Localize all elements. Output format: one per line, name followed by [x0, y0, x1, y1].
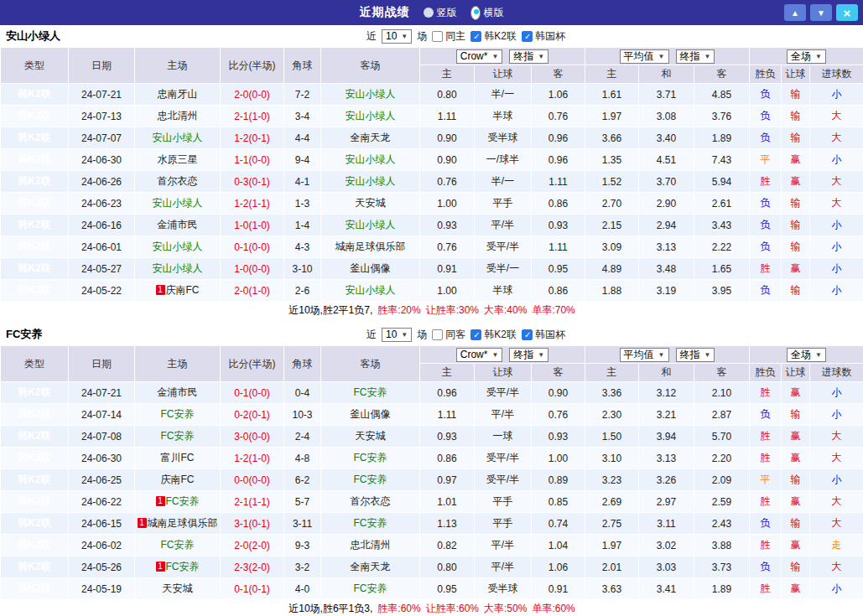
summary-row: 近10场,胜2平1负7,胜率:20%让胜率:30%大率:40%单率:70%: [1, 302, 863, 320]
result-cell: 负: [750, 236, 782, 258]
filter-league-checkbox[interactable]: 韩K2联: [470, 328, 517, 342]
bookmaker-select[interactable]: Crow*▼: [456, 348, 503, 362]
scroll-down-button[interactable]: ▼: [810, 4, 832, 21]
radio-horizontal-layout[interactable]: 横版: [470, 6, 504, 20]
sub-column-header: 主: [585, 364, 639, 382]
select-value: 全场: [791, 49, 811, 64]
match-row: 韩K2联24-06-01安山小绿人0-1(0-0)4-3城南足球俱乐部0.76受…: [1, 236, 863, 258]
section-bar: FC安养近10▼场同客韩K2联韩国杯: [0, 324, 863, 345]
red-card-badge: 1: [156, 285, 165, 295]
team-section: FC安养近10▼场同客韩K2联韩国杯类型日期主场比分(半场)角球客场Crow*▼…: [0, 324, 863, 616]
radio-vertical-layout[interactable]: 竖版: [424, 6, 457, 20]
crown-away-odds: 0.76: [532, 106, 585, 127]
league-cell: 韩K2联: [1, 149, 69, 171]
match-row: 韩K2联24-05-261FC安养2-3(2-0)3-2全南天龙0.80平/半1…: [1, 556, 863, 578]
crown-line: 半/一: [475, 84, 532, 106]
goals-result-cell: 小: [810, 215, 863, 236]
goals-result-cell: 大: [810, 556, 863, 578]
goals-result-cell: 小: [810, 149, 863, 171]
goals-result-cell: 小: [810, 578, 863, 600]
chevron-down-icon: ▼: [815, 351, 822, 359]
sub-column-header: 让球: [782, 65, 810, 84]
date-cell: 24-06-25: [69, 469, 135, 491]
crown-away-odds: 1.11: [532, 236, 585, 258]
odds-stage-select[interactable]: 终指▼: [509, 348, 548, 362]
chevron-down-icon: ▼: [704, 53, 711, 60]
crown-away-odds: 0.96: [532, 149, 585, 171]
avg-away-odds: 5.94: [694, 171, 750, 193]
average-select[interactable]: 平均值▼: [620, 348, 669, 362]
goals-result-cell: 小: [810, 382, 863, 404]
layout-radios: 竖版横版: [424, 6, 504, 20]
fulltime-group-header: 全场▼: [750, 346, 863, 364]
date-cell: 24-06-16: [69, 215, 135, 236]
crown-home-odds: 0.95: [420, 578, 475, 600]
corners-cell: 5-7: [284, 491, 321, 513]
result-cell: 负: [750, 193, 782, 215]
avg-away-odds: 3.88: [694, 535, 750, 556]
recent-count-select[interactable]: 10▼: [382, 328, 412, 342]
select-value: 平均值: [624, 49, 654, 64]
date-cell: 24-05-27: [69, 258, 135, 280]
crown-home-odds: 0.80: [420, 84, 475, 106]
filter-cup-checkbox[interactable]: 韩国杯: [522, 29, 565, 44]
crown-home-odds: 0.96: [420, 382, 475, 404]
corners-cell: 3-4: [284, 106, 321, 127]
crown-line: 一/球半: [475, 149, 532, 171]
corners-cell: 2-6: [284, 280, 321, 302]
avg-draw-odds: 3.02: [639, 535, 694, 556]
average-stage-select[interactable]: 终指▼: [676, 348, 715, 362]
away-team-cell: 天安城: [321, 193, 420, 215]
corners-cell: 4-8: [284, 448, 321, 469]
away-team-cell: 城南足球俱乐部: [321, 236, 420, 258]
avg-draw-odds: 3.94: [639, 426, 694, 448]
home-team-cell: 水原三星: [135, 149, 221, 171]
goals-result-cell: 大: [810, 193, 863, 215]
checkbox-label: 同客: [445, 328, 465, 342]
filter-same-venue-checkbox[interactable]: 同主: [432, 29, 465, 44]
away-team-cell: FC安养: [321, 382, 420, 404]
result-cell: 胜: [750, 382, 782, 404]
filter-cup-checkbox[interactable]: 韩国杯: [522, 328, 565, 342]
avg-draw-odds: 3.40: [639, 127, 694, 149]
avg-draw-odds: 3.48: [639, 258, 694, 280]
handicap-result-cell: 赢: [782, 258, 810, 280]
sub-column-header: 让球: [475, 65, 532, 84]
filter-league-checkbox[interactable]: 韩K2联: [470, 29, 517, 44]
arrow-down-icon: ▼: [817, 8, 825, 18]
red-card-badge: 1: [156, 496, 165, 506]
date-cell: 24-07-14: [69, 404, 135, 426]
score-cell: 2-3(2-0): [221, 556, 284, 578]
recent-count-select[interactable]: 10▼: [382, 29, 412, 44]
bookmaker-select[interactable]: Crow*▼: [456, 49, 503, 64]
sub-column-header: 和: [639, 65, 694, 84]
avg-home-odds: 1.97: [585, 535, 639, 556]
score-cell: 1-0(0-0): [221, 258, 284, 280]
summary-stat: 大率:40%: [484, 304, 527, 316]
odds-stage-select[interactable]: 终指▼: [509, 49, 548, 64]
sub-column-header: 客: [694, 364, 750, 382]
handicap-result-cell: 输: [782, 84, 810, 106]
avg-draw-odds: 2.97: [639, 491, 694, 513]
avg-home-odds: 1.61: [585, 84, 639, 106]
average-select[interactable]: 平均值▼: [620, 49, 669, 64]
avg-away-odds: 5.70: [694, 426, 750, 448]
crown-line: 受半球: [475, 127, 532, 149]
league-cell: 韩K2联: [1, 556, 69, 578]
fulltime-select[interactable]: 全场▼: [787, 348, 826, 362]
avg-draw-odds: 4.51: [639, 149, 694, 171]
radio-label-text: 竖版: [437, 6, 457, 20]
column-header: 主场: [135, 48, 221, 84]
league-cell: 韩K2联: [1, 426, 69, 448]
crown-away-odds: 1.06: [532, 556, 585, 578]
filter-same-venue-checkbox[interactable]: 同客: [432, 328, 465, 342]
away-team-cell: FC安养: [321, 513, 420, 535]
checkbox-label: 同主: [445, 29, 465, 44]
date-cell: 24-06-22: [69, 491, 135, 513]
avg-home-odds: 1.35: [585, 149, 639, 171]
scroll-up-button[interactable]: ▲: [784, 4, 806, 21]
average-stage-select[interactable]: 终指▼: [676, 49, 715, 64]
close-button[interactable]: ×: [836, 4, 858, 21]
result-cell: 胜: [750, 535, 782, 556]
fulltime-select[interactable]: 全场▼: [787, 49, 826, 64]
